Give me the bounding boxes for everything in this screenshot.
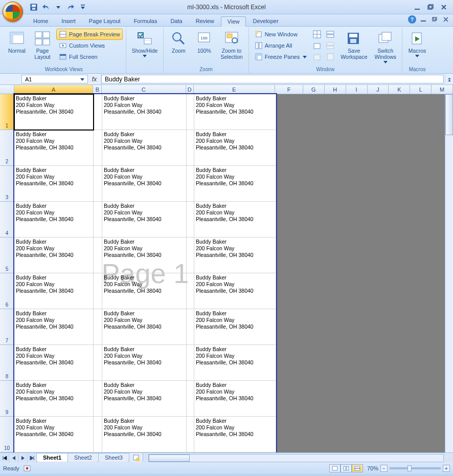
row-header-1[interactable]: 1 (0, 94, 14, 130)
cell-C7[interactable]: Buddy Baker 200 Falcon Way Pleasantville… (102, 309, 187, 345)
side-by-side-button[interactable] (325, 29, 336, 40)
row-header-2[interactable]: 2 (0, 130, 14, 166)
cell-A9[interactable]: Buddy Baker 200 Falcon Way Pleasantville… (14, 381, 94, 417)
save-workspace-button[interactable]: Save Workspace (338, 29, 370, 61)
row-header-7[interactable]: 7 (0, 309, 14, 345)
col-header-E[interactable]: E (194, 85, 275, 94)
tab-review[interactable]: Review (189, 16, 221, 26)
unhide-button[interactable] (311, 51, 323, 62)
cell-D8[interactable] (187, 345, 194, 381)
tab-page-layout[interactable]: Page Layout (82, 16, 127, 26)
vertical-scrollbar[interactable] (445, 94, 453, 452)
cell-A5[interactable]: Buddy Baker 200 Falcon Way Pleasantville… (14, 237, 94, 273)
vscroll-thumb[interactable] (445, 94, 453, 135)
zoom-button[interactable]: Zoom (167, 29, 190, 55)
zoom-level-label[interactable]: 70% (367, 465, 378, 471)
expand-formula-bar-button[interactable] (445, 74, 453, 84)
cell-B6[interactable] (94, 273, 102, 309)
hide-button[interactable] (311, 40, 323, 51)
col-header-K[interactable]: K (389, 85, 410, 94)
cell-C5[interactable]: Buddy Baker 200 Falcon Way Pleasantville… (102, 237, 187, 273)
cell-A2[interactable]: Buddy Baker 200 Falcon Way Pleasantville… (14, 130, 94, 166)
cell-E6[interactable]: Buddy Baker 200 Falcon Way Pleasantville… (194, 273, 276, 309)
zoom-100-button[interactable]: 100 100% (192, 29, 216, 55)
cell-E4[interactable]: Buddy Baker 200 Falcon Way Pleasantville… (194, 202, 276, 237)
help-icon[interactable]: ? (408, 15, 416, 24)
chevron-down-icon[interactable] (80, 77, 84, 81)
undo-icon[interactable] (41, 2, 51, 12)
next-sheet-button[interactable] (18, 453, 28, 463)
custom-views-button[interactable]: Custom Views (56, 40, 123, 51)
col-header-C[interactable]: C (102, 85, 186, 94)
hscroll-thumb[interactable] (149, 455, 190, 462)
cell-A10[interactable]: Buddy Baker 200 Falcon Way Pleasantville… (14, 417, 94, 452)
last-sheet-button[interactable] (28, 453, 37, 463)
cell-E2[interactable]: Buddy Baker 200 Falcon Way Pleasantville… (194, 130, 276, 166)
zoom-in-button[interactable]: + (443, 465, 450, 472)
row-header-6[interactable]: 6 (0, 273, 14, 309)
page-break-preview-button[interactable]: Page Break Preview (56, 29, 123, 40)
horizontal-scrollbar[interactable] (148, 454, 444, 462)
sheet-tab-3[interactable]: Sheet3 (98, 453, 129, 462)
col-header-L[interactable]: L (410, 85, 432, 94)
cell-A3[interactable]: Buddy Baker 200 Falcon Way Pleasantville… (14, 166, 94, 202)
show-hide-button[interactable]: Show/Hide (129, 29, 161, 59)
office-button[interactable] (3, 2, 23, 22)
cell-B7[interactable] (94, 309, 102, 345)
cell-E1[interactable]: Buddy Baker 200 Falcon Way Pleasantville… (194, 94, 276, 130)
cell-D7[interactable] (187, 309, 194, 345)
arrange-all-button[interactable]: Arrange All (252, 40, 309, 51)
cell-B2[interactable] (94, 130, 102, 166)
view-normal-button[interactable] (329, 464, 341, 472)
zoom-slider[interactable] (390, 467, 441, 469)
cell-D6[interactable] (187, 273, 194, 309)
grid[interactable]: ABCDEFGHIJKLM 1234567891011 Page 1 Buddy… (0, 85, 453, 452)
tab-developer[interactable]: Developer (246, 16, 285, 26)
cell-D5[interactable] (187, 237, 194, 273)
cell-B4[interactable] (94, 202, 102, 237)
col-header-D[interactable]: D (186, 85, 194, 94)
mdi-minimize-button[interactable] (419, 16, 427, 23)
sync-scroll-button[interactable] (325, 40, 336, 51)
cell-D10[interactable] (187, 417, 194, 452)
zoom-selection-button[interactable]: Zoom to Selection (218, 29, 245, 61)
macro-record-icon[interactable] (24, 465, 31, 472)
cell-E3[interactable]: Buddy Baker 200 Falcon Way Pleasantville… (194, 166, 276, 202)
first-sheet-button[interactable] (0, 453, 9, 463)
cell-D4[interactable] (187, 202, 194, 237)
cell-C10[interactable]: Buddy Baker 200 Falcon Way Pleasantville… (102, 417, 187, 452)
tab-insert[interactable]: Insert (55, 16, 82, 26)
freeze-panes-button[interactable]: Freeze Panes (252, 51, 309, 62)
close-button[interactable] (439, 3, 449, 11)
cell-B5[interactable] (94, 237, 102, 273)
cell-A1[interactable]: Buddy Baker 200 Falcon Way Pleasantville… (14, 94, 94, 130)
col-header-B[interactable]: B (93, 85, 102, 94)
name-box[interactable]: A1 (21, 75, 88, 83)
insert-sheet-button[interactable] (129, 452, 143, 462)
col-header-F[interactable]: F (275, 85, 303, 94)
zoom-slider-thumb[interactable] (407, 465, 412, 471)
cell-A6[interactable]: Buddy Baker 200 Falcon Way Pleasantville… (14, 273, 94, 309)
cell-C2[interactable]: Buddy Baker 200 Falcon Way Pleasantville… (102, 130, 187, 166)
cell-C4[interactable]: Buddy Baker 200 Falcon Way Pleasantville… (102, 202, 187, 237)
save-icon[interactable] (29, 2, 39, 12)
normal-view-button[interactable]: Normal (5, 29, 29, 55)
cell-D3[interactable] (187, 166, 194, 202)
qat-customize-icon[interactable] (78, 2, 88, 12)
sheet-tab-1[interactable]: Sheet1 (36, 453, 68, 462)
row-header-3[interactable]: 3 (0, 166, 14, 202)
cell-D2[interactable] (187, 130, 194, 166)
cell-E5[interactable]: Buddy Baker 200 Falcon Way Pleasantville… (194, 237, 276, 273)
col-header-G[interactable]: G (303, 85, 325, 94)
macros-button[interactable]: Macros (405, 29, 429, 59)
cell-B8[interactable] (94, 345, 102, 381)
col-header-I[interactable]: I (346, 85, 368, 94)
cell-A7[interactable]: Buddy Baker 200 Falcon Way Pleasantville… (14, 309, 94, 345)
mdi-restore-button[interactable] (431, 16, 439, 23)
cell-A4[interactable]: Buddy Baker 200 Falcon Way Pleasantville… (14, 202, 94, 237)
tab-home[interactable]: Home (27, 16, 55, 26)
col-header-M[interactable]: M (432, 85, 453, 94)
row-header-10[interactable]: 10 (0, 417, 14, 452)
split-button[interactable] (311, 29, 323, 40)
cell-B9[interactable] (94, 381, 102, 417)
